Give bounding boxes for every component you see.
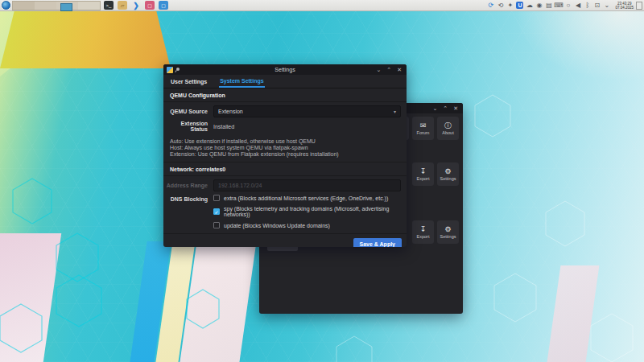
settings-titlebar: Settings ⌄ ⌃ ✕ [163,64,407,75]
pink-app-task-icon[interactable]: ▢ [145,1,155,10]
address-range-value: 192.168.172.0/24 [218,183,262,188]
qemu-source-row: QEMU Source Extension ▾ [163,105,407,117]
settings-footer: Save & Apply [163,233,407,247]
about-button[interactable]: ⓘ About [437,117,459,140]
about-label: About [442,130,453,135]
export-button[interactable]: ↧ Export [412,220,434,244]
dns-option-label: extra (Blocks additional Microsoft servi… [224,195,388,201]
volume-icon[interactable]: ◀ [574,2,581,9]
terminal-task-icon[interactable]: >_ [104,1,114,10]
pager-desktop-1[interactable] [13,2,35,10]
help-line: Extension: Use QEMU from Flatpak extensi… [170,151,400,158]
kde-task-icon[interactable]: ❯ [131,1,141,10]
qemu-source-label: QEMU Source [163,109,208,114]
qemu-source-help: Auto: Use extension if installed, otherw… [163,135,407,162]
extension-status-row: Extension Status Installed [163,121,407,132]
settings-window: Settings ⌄ ⌃ ✕ User Settings System Sett… [163,64,407,247]
maximize-icon[interactable]: ⌃ [386,64,391,75]
vault-shield-icon[interactable]: U [516,2,523,9]
address-range-input[interactable]: 192.168.172.0/24 [213,179,401,191]
privacy-globe-icon[interactable]: ◉ [535,2,543,9]
extension-status-label: Extension Status [163,121,208,132]
checkbox-unchecked-icon[interactable] [213,195,220,201]
application-launcher-icon[interactable] [2,1,10,10]
help-line: Auto: Use extension if installed, otherw… [170,138,400,145]
checkbox-unchecked-icon[interactable] [213,222,220,228]
save-apply-button[interactable]: Save & Apply [353,238,402,247]
settings-button[interactable]: ⚙ Settings [437,220,459,244]
dns-option-spy[interactable]: ✓ spy (Blocks telemetry and tracking dom… [213,206,407,217]
export-button[interactable]: ↧ Export [412,162,434,186]
qemu-source-value: Extension [218,109,243,114]
dns-blocking-row: DNS Blocking extra (Blocks additional Mi… [163,195,407,233]
address-range-label: Address Range [163,183,208,188]
minimize-icon[interactable]: ⌄ [432,103,437,113]
close-icon[interactable]: ✕ [397,64,402,75]
help-line: Host: Always use host system QEMU via fl… [170,145,400,151]
window-title: Settings [163,67,407,72]
about-icon: ⓘ [444,121,452,130]
input-status-icon[interactable]: ✦ [506,2,514,9]
clipboard-icon[interactable]: ▤ [545,2,552,9]
settings-gear-icon: ⚙ [444,167,451,175]
settings-button[interactable]: ⚙ Settings [437,162,459,186]
show-desktop-button[interactable] [636,2,642,10]
qemu-source-dropdown[interactable]: Extension ▾ [213,105,401,117]
digital-clock[interactable]: 23:43:29 07.04.2025 [615,2,634,10]
minimize-icon[interactable]: ⌄ [376,64,381,75]
settings-gear-icon: ⚙ [444,225,451,233]
app-icon [167,67,173,73]
cloud-icon[interactable]: ☁ [526,2,533,9]
file-manager-task-icon[interactable]: ▱ [118,1,127,10]
updates-idle-icon[interactable]: ⟲ [497,2,504,9]
export-label: Export [417,234,430,239]
top-panel: >_ ▱ ❯ ▢ ▢ ⟳ ⟲ ✦ U ☁ ◉ ▤ ⌨ ○ ◀ ᛒ ⊡ ⌄ 23:… [0,0,644,11]
dns-option-extra[interactable]: extra (Blocks additional Microsoft servi… [213,195,407,201]
settings-label: Settings [440,234,456,239]
system-tray: ⟳ ⟲ ✦ U ☁ ◉ ▤ ⌨ ○ ◀ ᛒ ⊡ ⌄ [487,2,610,9]
pin-icon[interactable] [175,68,180,72]
bluetooth-icon[interactable]: ᛒ [584,2,591,9]
keyboard-icon[interactable]: ⌨ [555,2,562,9]
export-icon: ↧ [420,167,427,175]
close-icon[interactable]: ✕ [453,103,458,113]
extension-status-value: Installed [213,124,401,130]
pager-desktop-3-active[interactable] [56,2,78,10]
qemu-configuration-header: QEMU Configuration [163,88,407,102]
screencast-icon[interactable]: ○ [564,2,572,9]
address-range-row: Address Range 192.168.172.0/24 [163,179,407,191]
display-icon[interactable]: ⊡ [593,2,601,9]
dns-option-update[interactable]: update (Blocks Windows Update domains) [213,222,407,228]
settings-tabbar: User Settings System Settings [163,75,407,88]
export-label: Export [417,176,430,181]
updates-icon[interactable]: ⟳ [487,2,494,9]
forum-icon: ✉ [420,121,427,130]
checkbox-checked-icon[interactable]: ✓ [213,208,220,215]
forum-label: Forum [417,130,430,135]
dns-option-label: update (Blocks Windows Update domains) [224,223,330,228]
settings-label: Settings [440,176,456,181]
dns-blocking-label: DNS Blocking [163,195,208,233]
virtual-desktop-pager[interactable] [12,1,101,10]
tab-system-settings[interactable]: System Settings [219,75,264,88]
blue-app-task-icon[interactable]: ▢ [159,1,168,10]
dns-option-label: spy (Blocks telemetry and tracking domai… [224,206,407,217]
clock-date: 07.04.2025 [615,6,634,10]
maximize-icon[interactable]: ⌃ [443,103,448,113]
pager-desktop-4[interactable] [78,2,100,10]
network-header: Network: correlates0 [163,162,407,176]
tab-user-settings[interactable]: User Settings [170,76,208,87]
export-icon: ↧ [420,225,427,233]
pager-desktop-2[interactable] [35,2,56,10]
chevron-down-icon: ▾ [394,109,396,114]
tray-expander-icon[interactable]: ⌄ [603,2,610,9]
forum-button[interactable]: ✉ Forum [412,117,434,140]
clock-time: 23:43:29 [615,2,634,6]
